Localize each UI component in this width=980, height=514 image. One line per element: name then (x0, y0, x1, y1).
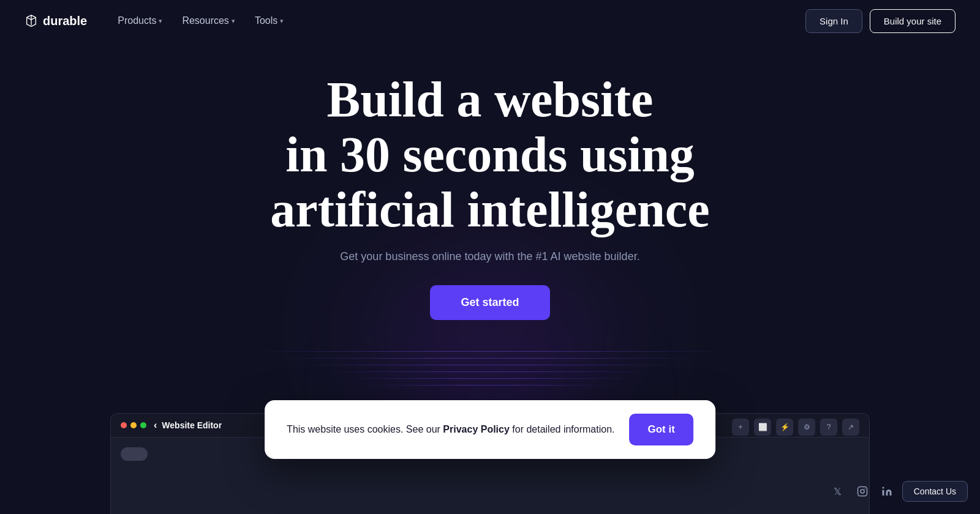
nav-item-products[interactable]: Products ▾ (109, 10, 171, 31)
toolbar-settings-icon[interactable]: ⚙ (798, 419, 815, 436)
cookie-privacy-link[interactable]: Privacy Policy (443, 424, 510, 434)
decorative-lines (245, 345, 735, 392)
contact-us-button[interactable]: Contact Us (902, 481, 968, 502)
window-control-dots (121, 422, 146, 428)
build-site-button[interactable]: Build your site (870, 9, 956, 33)
line-4 (318, 371, 662, 372)
hero-title-line1: Build a website (326, 72, 653, 127)
hero-title-line2: in 30 seconds using (285, 127, 695, 182)
signin-button[interactable]: Sign In (805, 9, 862, 33)
dot-minimize[interactable] (130, 422, 137, 428)
logo[interactable]: durable (24, 14, 87, 28)
logo-text: durable (43, 14, 87, 28)
editor-back-button[interactable]: ‹ Website Editor (154, 420, 222, 431)
line-3 (294, 365, 686, 365)
instagram-icon[interactable] (853, 482, 872, 501)
toolbar-preview-icon[interactable]: ⬜ (754, 419, 771, 436)
cookie-text-before: This website uses cookies. See our (287, 424, 443, 434)
editor-toggle[interactable] (121, 447, 148, 461)
hero-title-line3: artificial intelligence (270, 182, 709, 237)
tools-chevron-icon: ▾ (280, 17, 284, 25)
editor-toolbar-right: + ⬜ ⚡ ⚙ ? ↗ (732, 419, 859, 436)
cookie-text: This website uses cookies. See our Priva… (287, 424, 614, 435)
nav-products-label: Products (118, 15, 156, 26)
svg-point-1 (861, 490, 864, 493)
svg-point-2 (864, 488, 865, 490)
dot-maximize[interactable] (140, 422, 146, 428)
got-it-button[interactable]: Got it (630, 414, 693, 445)
svg-rect-0 (858, 487, 867, 496)
nav-item-resources[interactable]: Resources ▾ (173, 10, 243, 31)
hero-title: Build a website in 30 seconds using arti… (270, 72, 709, 238)
twitter-icon[interactable]: 𝕏 (829, 482, 847, 501)
nav-item-tools[interactable]: Tools ▾ (246, 10, 292, 31)
nav-tools-label: Tools (255, 15, 277, 26)
toolbar-lightning-icon[interactable]: ⚡ (776, 419, 793, 436)
linkedin-icon[interactable] (878, 482, 896, 501)
nav-right: Sign In Build your site (805, 9, 956, 33)
logo-icon (24, 14, 38, 28)
line-5 (343, 378, 637, 379)
get-started-button[interactable]: Get started (430, 285, 549, 320)
toolbar-add-icon[interactable]: + (732, 419, 749, 436)
cookie-text-after: for detailed information. (510, 424, 615, 434)
products-chevron-icon: ▾ (159, 17, 162, 25)
nav-resources-label: Resources (182, 15, 228, 26)
nav-left: durable Products ▾ Resources ▾ Tools ▾ (24, 10, 292, 31)
svg-point-3 (882, 487, 884, 489)
hero-subtitle: Get your business online today with the … (340, 250, 639, 263)
line-6 (368, 385, 612, 386)
editor-back-label: Website Editor (162, 420, 222, 430)
social-bar: 𝕏 Contact Us (829, 481, 968, 502)
resources-chevron-icon: ▾ (232, 17, 235, 25)
dot-close[interactable] (121, 422, 127, 428)
hero-section: Build a website in 30 seconds using arti… (0, 42, 980, 320)
toolbar-external-icon[interactable]: ↗ (842, 419, 859, 436)
nav-menu: Products ▾ Resources ▾ Tools ▾ (109, 10, 292, 31)
navbar: durable Products ▾ Resources ▾ Tools ▾ S… (0, 0, 980, 42)
back-arrow-icon: ‹ (154, 420, 157, 431)
toolbar-help-icon[interactable]: ? (820, 419, 837, 436)
line-1 (245, 351, 735, 352)
line-2 (270, 358, 710, 359)
cookie-banner: This website uses cookies. See our Priva… (265, 400, 715, 459)
